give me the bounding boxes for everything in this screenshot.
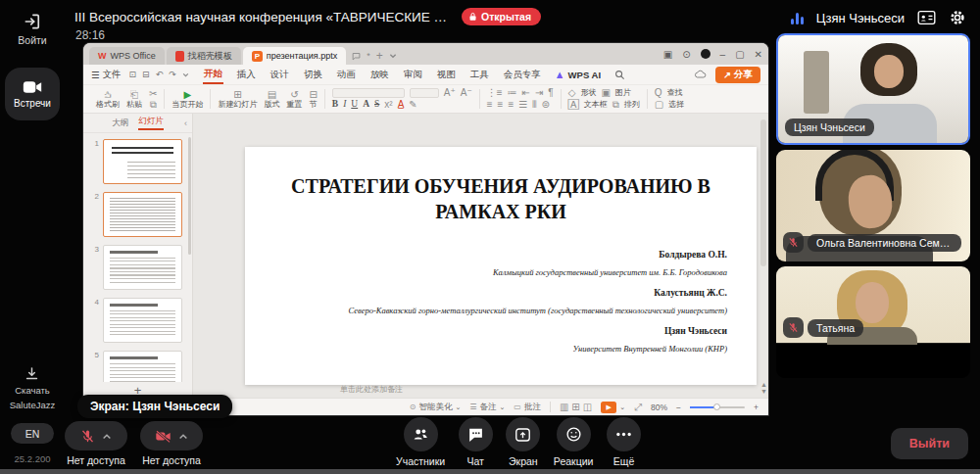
comments-button[interactable]: ▭批注: [514, 402, 541, 413]
new-slide-button[interactable]: ⊞新建幻灯片: [218, 90, 257, 109]
slide-thumbnail-1[interactable]: 1: [89, 139, 182, 184]
new-tab-button[interactable]: +: [376, 49, 383, 63]
download-app-button[interactable]: Скачать SaluteJazz: [10, 365, 55, 411]
tab-outline[interactable]: 大纲: [112, 118, 128, 129]
meetings-label: Встречи: [14, 98, 51, 109]
slide-thumbnail-5[interactable]: 5: [89, 351, 182, 382]
undo-icon[interactable]: ↶: [156, 70, 164, 79]
section-button[interactable]: ⊟节: [309, 90, 317, 109]
notes-button[interactable]: ☰备注⌄: [469, 402, 505, 413]
app-menu-icon[interactable]: ⊙: [682, 49, 690, 60]
settings-gear-icon[interactable]: [949, 9, 966, 26]
ribbon-tab-member[interactable]: 会员专享: [503, 67, 542, 83]
participant-tile-3[interactable]: Татьяна: [776, 266, 970, 378]
layout-button[interactable]: ▤版式: [264, 90, 279, 109]
reset-button[interactable]: ↺重置: [286, 90, 302, 109]
zoom-slider[interactable]: [690, 406, 745, 408]
file-menu[interactable]: ☰ 文件: [91, 69, 122, 81]
minimize-button[interactable]: –: [720, 49, 726, 60]
tab-list-chevron-icon[interactable]: [389, 53, 397, 59]
wps-ai-button[interactable]: ▲ WPS AI: [555, 69, 601, 80]
menubar-right: ↗ 分享: [694, 67, 760, 83]
screen-share-button[interactable]: Экран: [506, 417, 540, 467]
picture-button[interactable]: 图片: [615, 89, 631, 97]
wps-tab-home[interactable]: W WPS Office: [89, 47, 165, 65]
contact-card-icon[interactable]: [917, 10, 936, 25]
redo-icon[interactable]: ↷: [169, 70, 176, 79]
zoom-out-button[interactable]: −: [676, 403, 681, 412]
close-button[interactable]: ✕: [755, 49, 762, 60]
page-up-down-buttons[interactable]: ▲▼: [760, 381, 767, 396]
shapes-button[interactable]: 形状: [580, 89, 596, 97]
participant-tile-2[interactable]: Ольга Валентиновна Семен...: [776, 150, 970, 261]
current-slide[interactable]: СТРАТЕГИИ ОБУЧЕНИЯ АУДИРОВАНИЮ В РАМКАХ …: [245, 147, 757, 385]
collapse-panel-icon[interactable]: ‹: [184, 118, 187, 128]
ribbon-tab-transition[interactable]: 切换: [303, 67, 323, 83]
view-mode-buttons[interactable]: ▥⊞◫: [560, 403, 592, 412]
share-button[interactable]: ↗ 分享: [715, 67, 760, 83]
slideshow-button[interactable]: ▶⌄: [601, 402, 625, 413]
account-avatar-icon[interactable]: [701, 49, 710, 59]
beautify-button[interactable]: ⊙智能美化⌄: [410, 402, 462, 413]
canvas-scrollbar[interactable]: [760, 119, 766, 266]
slide-thumbnail-3[interactable]: 3: [89, 245, 182, 290]
more-button[interactable]: Ещё: [607, 417, 641, 467]
zoom-in-button[interactable]: +: [754, 403, 759, 412]
call-action-buttons: Участники Чат Экран Реакции: [396, 417, 641, 467]
arrange-button[interactable]: 排列: [624, 101, 640, 109]
ribbon-tab-home[interactable]: 开始: [203, 66, 223, 84]
font-size-select[interactable]: [410, 88, 439, 98]
leave-button[interactable]: Выйти: [891, 428, 968, 459]
tab-slides[interactable]: 幻灯片: [138, 116, 164, 130]
ribbon-tab-insert[interactable]: 插入: [236, 67, 257, 83]
login-button[interactable]: Войти: [18, 12, 46, 46]
screen-share-icon: [506, 417, 540, 451]
align-buttons[interactable]: ≡≡≡☰⫴⊜: [487, 100, 554, 110]
font-style-buttons[interactable]: BIUASx²A̲✎: [332, 100, 472, 110]
wps-tab-presentation[interactable]: P презентация.pptx: [243, 47, 346, 65]
wps-tab-strip: W WPS Office 找稻壳模板 P презентация.pptx * …: [83, 43, 768, 65]
mic-device-chevron-icon[interactable]: [102, 433, 112, 440]
list-indent-buttons[interactable]: ⋮≡≔⇤⇥¶: [487, 88, 554, 98]
format-painter-button[interactable]: 🖒格式刷: [96, 90, 120, 109]
camera-device-chevron-icon[interactable]: [178, 433, 188, 440]
slide-thumbnail-2[interactable]: 2: [89, 192, 182, 237]
paste-button[interactable]: ⎗粘贴: [126, 90, 142, 109]
save-icon[interactable]: ⊡: [129, 70, 137, 79]
comment-bubble-icon[interactable]: [352, 52, 361, 61]
reactions-button[interactable]: Реакции: [554, 417, 594, 467]
participants-button[interactable]: Участники: [396, 417, 445, 467]
cloud-sync-icon[interactable]: [694, 70, 707, 79]
notes-hint[interactable]: 单击此处添加备注: [340, 384, 403, 395]
wps-tab-docer[interactable]: 找稻壳模板: [167, 47, 241, 65]
star-icon[interactable]: *: [367, 51, 370, 61]
maximize-button[interactable]: ▢: [735, 49, 744, 60]
sidebar-item-meetings[interactable]: Встречи: [5, 68, 60, 120]
more-label: Ещё: [613, 455, 634, 467]
print-icon[interactable]: ⊟: [142, 70, 150, 79]
panel-scrollbar[interactable]: [188, 137, 191, 255]
search-icon[interactable]: [614, 70, 625, 80]
camera-control[interactable]: Нет доступа: [140, 421, 203, 466]
ribbon-tab-slideshow[interactable]: 放映: [369, 67, 390, 83]
font-family-select[interactable]: [332, 88, 405, 98]
microphone-control[interactable]: Нет доступа: [65, 421, 127, 466]
play-from-page-button[interactable]: ▶当页开始: [172, 90, 203, 109]
ribbon-tab-tools[interactable]: 工具: [469, 67, 490, 83]
ribbon-tab-animation[interactable]: 动画: [336, 67, 357, 83]
find-button[interactable]: 查找: [667, 89, 683, 97]
participant-name: Цзян Чэньсеси: [785, 118, 874, 136]
participant-tile-1[interactable]: Цзян Чэньсеси: [776, 33, 970, 145]
cut-copy-buttons[interactable]: ✂⧉: [149, 89, 157, 110]
text-box-button[interactable]: 文本框: [584, 101, 608, 109]
ribbon-tab-design[interactable]: 设计: [270, 67, 290, 83]
ribbon-tab-view[interactable]: 视图: [436, 67, 457, 83]
ribbon-tab-review[interactable]: 审阅: [403, 67, 423, 83]
chat-button[interactable]: Чат: [459, 417, 493, 467]
workspace-icon[interactable]: ▣: [663, 49, 672, 60]
fullscreen-icon[interactable]: ⤢: [634, 403, 642, 412]
participants-panel: Цзян Чэньсеси Ольга Валентиновна Семен..…: [776, 33, 970, 378]
slide-thumbnail-4[interactable]: 4: [89, 298, 182, 343]
select-button[interactable]: 选择: [668, 101, 684, 109]
more-chevron-icon[interactable]: [182, 72, 189, 77]
